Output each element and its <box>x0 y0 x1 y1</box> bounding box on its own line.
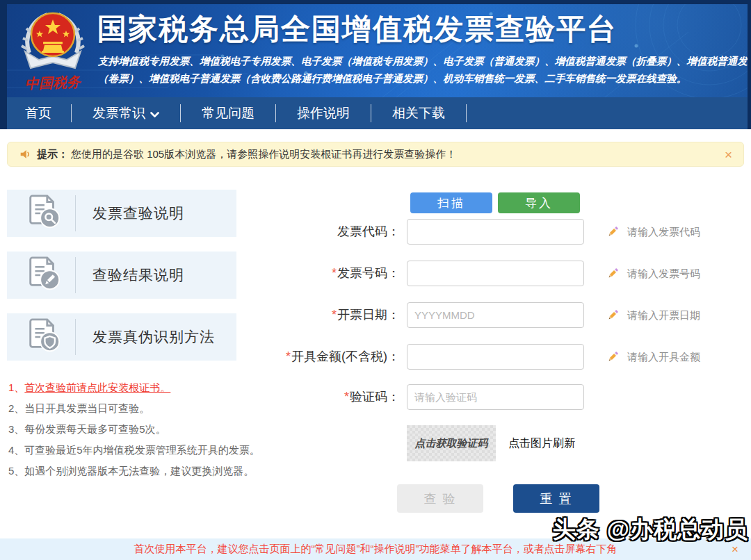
pencil-icon <box>606 267 620 283</box>
pencil-icon <box>606 350 620 366</box>
page-subtitle: 支持增值税专用发票、增值税电子专用发票、电子发票（增值税专用发票）、电子发票（普… <box>98 53 748 88</box>
note-item: 3、每份发票每天最多可查验5次。 <box>8 423 342 444</box>
invoice-number-hint: 请输入发票号码 <box>627 261 700 286</box>
notice-close-icon[interactable]: × <box>725 148 732 161</box>
tax-bureau-logo: 中国税务 <box>17 7 89 96</box>
nav-item-home[interactable]: 首页 <box>24 104 71 122</box>
notice-prefix: 提示： <box>37 148 68 161</box>
note-item: 4、可查验最近5年内增值税发票管理系统开具的发票。 <box>8 444 342 465</box>
top-frame: 中国税务 国家税务总局全国增值税发票查验平台 支持增值税专用发票、增值税电子专用… <box>0 0 751 129</box>
invoice-number-input[interactable] <box>407 261 584 286</box>
form-row-invoice-number: *发票号码： 请输入发票号码 <box>0 261 751 286</box>
invoice-number-label: *发票号码： <box>0 261 400 286</box>
form-row-invoice-code: 发票代码： 请输入发票代码 <box>0 219 751 245</box>
captcha-input[interactable] <box>407 384 584 410</box>
notice-text: 您使用的是谷歌 105版本浏览器，请参照操作说明安装根证书再进行发票查验操作！ <box>71 148 456 161</box>
footer-tip-text: 首次使用本平台，建议您点击页面上的“常见问题”和“操作说明”功能菜单了解本平台，… <box>134 543 617 556</box>
reset-button[interactable]: 重 置 <box>513 484 599 513</box>
form-row-invoice-amount: *开具金额(不含税)： 请输入开具金额 <box>0 344 751 370</box>
nav-item-instructions[interactable]: 操作说明 <box>276 104 371 122</box>
invoice-date-hint: 请输入开票日期 <box>627 302 700 328</box>
main-nav: 首页 发票常识 常见问题 操作说明 相关下载 <box>7 97 748 129</box>
form-row-invoice-date: *开票日期： 请输入开票日期 <box>0 302 751 328</box>
browser-notice-banner: 提示： 您使用的是谷歌 105版本浏览器，请参照操作说明安装根证书再进行发票查验… <box>7 142 744 167</box>
captcha-image[interactable]: 点击获取验证码 <box>407 425 496 461</box>
note-item: 5、如遇个别浏览器版本无法查验，建议更换浏览器。 <box>8 465 342 486</box>
nav-item-invoice-knowledge[interactable]: 发票常识 <box>72 104 180 122</box>
form-row-captcha: *验证码： <box>0 384 751 410</box>
invoice-amount-label: *开具金额(不含税)： <box>0 344 400 370</box>
invoice-verification-page: 中国税务 国家税务总局全国增值税发票查验平台 支持增值税专用发票、增值税电子专用… <box>0 0 751 560</box>
chevron-down-icon <box>150 106 159 122</box>
invoice-date-label: *开票日期： <box>0 302 400 328</box>
invoice-code-hint: 请输入发票代码 <box>627 219 700 245</box>
nav-item-downloads[interactable]: 相关下载 <box>371 104 466 122</box>
scan-button[interactable]: 扫描 <box>410 192 492 213</box>
subtitle-line-1: 支持增值税专用发票、增值税电子专用发票、电子发票（增值税专用发票）、电子发票（普… <box>98 53 748 70</box>
speaker-icon <box>19 148 31 160</box>
captcha-image-text: 点击获取验证码 <box>415 437 488 450</box>
page-title: 国家税务总局全国增值税发票查验平台 <box>97 10 617 49</box>
svg-text:中国税务: 中国税务 <box>24 74 82 92</box>
invoice-amount-hint: 请输入开具金额 <box>627 344 700 370</box>
invoice-date-input[interactable] <box>407 302 584 328</box>
subtitle-line-2: （卷票）、增值税电子普通发票（含收费公路通行费增值税电子普通发票）、机动车销售统… <box>98 70 748 88</box>
invoice-code-input[interactable] <box>407 219 584 245</box>
captcha-label: *验证码： <box>0 384 400 410</box>
invoice-code-label: 发票代码： <box>0 219 400 245</box>
invoice-amount-input[interactable] <box>407 344 584 370</box>
import-button[interactable]: 导入 <box>498 192 580 213</box>
nav-separator <box>466 104 467 122</box>
header-banner: 中国税务 国家税务总局全国增值税发票查验平台 支持增值税专用发票、增值税电子专用… <box>7 4 748 97</box>
captcha-refresh-link[interactable]: 点击图片刷新 <box>508 425 575 461</box>
verify-button[interactable]: 查 验 <box>397 484 483 513</box>
toutiao-watermark: 头条 @办税总动员 <box>553 514 748 545</box>
pencil-icon <box>606 308 620 324</box>
pencil-icon <box>606 225 620 241</box>
nav-item-faq[interactable]: 常见问题 <box>181 104 275 122</box>
